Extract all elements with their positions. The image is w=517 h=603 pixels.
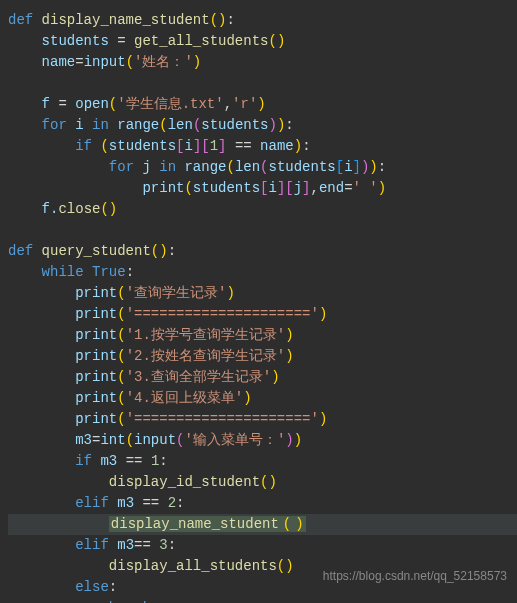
- token-paren: ): [226, 285, 234, 301]
- token-paren: (: [117, 285, 125, 301]
- token-operator: ,: [311, 180, 319, 196]
- token-paren2: [: [285, 180, 293, 196]
- code-line[interactable]: for i in range(len(students)):: [8, 115, 517, 136]
- token-variable: students: [269, 159, 336, 175]
- code-line[interactable]: print('4.返回上级菜单'): [8, 388, 517, 409]
- token-paren: (: [126, 54, 134, 70]
- token-paren: ): [378, 180, 386, 196]
- token-number: 2: [168, 495, 176, 511]
- code-line[interactable]: if m3 == 1:: [8, 451, 517, 472]
- token-variable: m3: [117, 495, 142, 511]
- code-line[interactable]: f.close(): [8, 199, 517, 220]
- token-paren: ): [294, 138, 302, 154]
- token-paren: (: [117, 369, 125, 385]
- token-paren: ): [285, 348, 293, 364]
- token-keyword: in: [92, 117, 117, 133]
- token-operator: =: [75, 54, 83, 70]
- code-line[interactable]: def query_student():: [8, 241, 517, 262]
- code-line[interactable]: elif m3== 3:: [8, 535, 517, 556]
- code-line[interactable]: display_name_student(): [8, 514, 517, 535]
- token-const: True: [92, 264, 126, 280]
- code-line[interactable]: for j in range(len(students[i])):: [8, 157, 517, 178]
- token-func-name: display_name_student: [42, 12, 210, 28]
- token-operator: :: [109, 579, 117, 595]
- token-paren2: [: [201, 138, 209, 154]
- code-line[interactable]: [8, 73, 517, 94]
- token-paren: ): [319, 411, 327, 427]
- code-editor[interactable]: def display_name_student(): students = g…: [0, 0, 517, 603]
- token-keyword: in: [159, 159, 184, 175]
- token-operator: =: [117, 33, 134, 49]
- code-line[interactable]: students = get_all_students(): [8, 31, 517, 52]
- token-paren: (: [281, 516, 293, 532]
- token-operator: =: [344, 180, 352, 196]
- token-keyword: else: [75, 579, 109, 595]
- token-variable: m3: [75, 432, 92, 448]
- token-paren2: ): [285, 432, 293, 448]
- token-paren3: [: [336, 159, 344, 175]
- token-variable: students: [201, 117, 268, 133]
- token-operator: :: [159, 453, 167, 469]
- code-line[interactable]: def display_name_student():: [8, 10, 517, 31]
- code-line[interactable]: elif m3 == 2:: [8, 493, 517, 514]
- token-builtin: range: [184, 159, 226, 175]
- code-line[interactable]: break: [8, 598, 517, 603]
- token-func-name: close: [58, 201, 100, 217]
- token-builtin: input: [84, 54, 126, 70]
- token-func-name: get_all_students: [134, 33, 268, 49]
- code-line[interactable]: m3=int(input('输入菜单号：')): [8, 430, 517, 451]
- token-builtin: len: [235, 159, 260, 175]
- token-paren: ): [109, 201, 117, 217]
- token-paren: (: [126, 432, 134, 448]
- token-number: 1: [210, 138, 218, 154]
- token-paren: ): [369, 159, 377, 175]
- token-variable: i: [184, 138, 192, 154]
- token-paren: (: [277, 558, 285, 574]
- code-line[interactable]: print(students[i][j],end=' '): [8, 178, 517, 199]
- code-line[interactable]: name=input('姓名：'): [8, 52, 517, 73]
- token-paren2: ]: [302, 180, 310, 196]
- token-keyword: while: [42, 264, 92, 280]
- token-paren: ): [285, 327, 293, 343]
- token-paren: (: [117, 348, 125, 364]
- token-func-name: display_id_student: [109, 474, 260, 490]
- token-builtin: print: [75, 306, 117, 322]
- token-string: '输入菜单号：': [184, 432, 285, 448]
- code-line[interactable]: print('1.按学号查询学生记录'): [8, 325, 517, 346]
- token-paren: (: [100, 201, 108, 217]
- token-string: '=====================': [126, 306, 319, 322]
- code-line[interactable]: f = open('学生信息.txt','r'): [8, 94, 517, 115]
- code-line[interactable]: print('2.按姓名查询学生记录'): [8, 346, 517, 367]
- code-line[interactable]: print('====================='): [8, 304, 517, 325]
- token-number: 3: [159, 537, 167, 553]
- token-paren: ): [294, 432, 302, 448]
- token-variable: students: [109, 138, 176, 154]
- token-builtin: print: [142, 180, 184, 196]
- token-keyword: def: [8, 243, 42, 259]
- code-line[interactable]: [8, 220, 517, 241]
- token-string: '姓名：': [134, 54, 193, 70]
- token-operator: :: [285, 117, 293, 133]
- token-builtin: print: [75, 390, 117, 406]
- token-builtin: print: [75, 327, 117, 343]
- token-variable: j: [142, 159, 159, 175]
- token-string: '4.返回上级菜单': [126, 390, 244, 406]
- token-builtin: print: [75, 369, 117, 385]
- code-line[interactable]: if (students[i][1] == name):: [8, 136, 517, 157]
- code-line[interactable]: print('查询学生记录'): [8, 283, 517, 304]
- token-variable: name: [260, 138, 294, 154]
- token-string: '=====================': [126, 411, 319, 427]
- token-operator: ,: [224, 96, 232, 112]
- code-line[interactable]: print('3.查询全部学生记录'): [8, 367, 517, 388]
- token-string: '2.按姓名查询学生记录': [126, 348, 286, 364]
- token-paren: ): [293, 516, 305, 532]
- code-line[interactable]: print('====================='): [8, 409, 517, 430]
- token-paren: (: [117, 411, 125, 427]
- token-operator: :: [302, 138, 310, 154]
- token-string: '查询学生记录': [126, 285, 227, 301]
- token-paren: (: [268, 33, 276, 49]
- token-operator: :: [378, 159, 386, 175]
- code-line[interactable]: display_id_student(): [8, 472, 517, 493]
- token-builtin: open: [75, 96, 109, 112]
- code-line[interactable]: while True:: [8, 262, 517, 283]
